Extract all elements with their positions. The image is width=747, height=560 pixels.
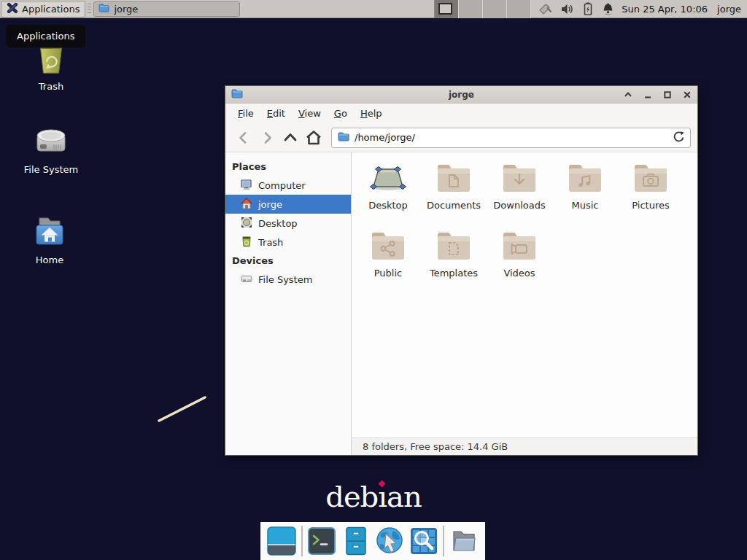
reload-icon[interactable] xyxy=(673,131,684,144)
close-button[interactable] xyxy=(683,90,692,99)
dock xyxy=(260,522,485,560)
downloads-folder-icon xyxy=(500,162,538,196)
path-folder-icon xyxy=(338,131,349,144)
file-manager-launcher[interactable] xyxy=(449,526,479,556)
file-item-templates[interactable]: Templates xyxy=(421,230,487,298)
file-item-downloads[interactable]: Downloads xyxy=(487,162,552,230)
sidebar-item-jorge[interactable]: jorge xyxy=(225,195,351,214)
back-button[interactable] xyxy=(232,128,255,148)
maximize-button[interactable] xyxy=(663,90,672,99)
file-item-documents[interactable]: Documents xyxy=(421,162,487,230)
shade-button[interactable] xyxy=(624,90,632,99)
notifications-bell-icon[interactable] xyxy=(602,2,614,15)
file-cabinet-launcher[interactable] xyxy=(341,526,371,556)
applications-menu-button[interactable]: Applications xyxy=(1,1,85,18)
volume-icon[interactable] xyxy=(561,3,574,15)
sidebar-header-devices: Devices xyxy=(225,252,351,270)
sidebar-item-desktop[interactable]: Desktop xyxy=(225,214,351,233)
home-button[interactable] xyxy=(302,128,325,148)
workspace-1[interactable] xyxy=(435,0,459,18)
panel-handle[interactable] xyxy=(88,4,91,15)
applications-tooltip: Applications xyxy=(6,25,85,47)
taskbar-window-button[interactable]: jorge xyxy=(93,1,240,17)
path-input[interactable] xyxy=(355,132,667,143)
home-icon xyxy=(241,198,252,211)
sidebar-item-label: File System xyxy=(258,274,312,285)
file-label: Desktop xyxy=(368,200,408,211)
window-controls xyxy=(624,90,692,99)
up-button[interactable] xyxy=(279,128,302,148)
logo-text-pre: deb xyxy=(325,480,378,513)
desktop-pad-icon xyxy=(369,162,407,196)
file-item-pictures[interactable]: Pictures xyxy=(618,162,684,230)
file-item-music[interactable]: Music xyxy=(552,162,618,230)
terminal-launcher[interactable] xyxy=(307,526,336,556)
desktop-icon-label: File System xyxy=(24,164,78,175)
hard-drive-icon xyxy=(32,124,70,161)
computer-icon xyxy=(241,179,252,192)
file-item-videos[interactable]: Videos xyxy=(487,230,552,298)
statusbar: 8 folders, Free space: 14.4 GiB xyxy=(352,438,697,455)
menu-edit[interactable]: Edit xyxy=(260,105,292,122)
dock-separator xyxy=(443,526,444,556)
logo-text-post: an xyxy=(387,480,422,513)
file-label: Documents xyxy=(427,200,481,211)
file-label: Downloads xyxy=(493,200,545,211)
sidebar-item-computer[interactable]: Computer xyxy=(225,176,351,195)
desktop-icon xyxy=(241,217,252,230)
menu-file[interactable]: File xyxy=(231,105,260,122)
sidebar-item-file-system[interactable]: File System xyxy=(225,270,351,289)
taskbar-window-label: jorge xyxy=(114,4,138,15)
system-tray xyxy=(538,2,614,15)
workspace-3[interactable] xyxy=(483,0,507,18)
desktop: Applications jorge xyxy=(0,0,747,560)
trash-small-icon xyxy=(241,236,252,249)
sidebar-header-places: Places xyxy=(225,158,351,176)
music-folder-icon xyxy=(566,162,604,196)
home-folder-icon xyxy=(31,214,69,252)
file-label: Music xyxy=(572,200,599,211)
workspace-4[interactable] xyxy=(507,0,531,18)
workspace-mini-window xyxy=(438,3,452,15)
dock-separator xyxy=(301,526,303,556)
sidebar-item-label: Computer xyxy=(258,180,306,191)
minimize-button[interactable] xyxy=(643,90,652,99)
file-label: Templates xyxy=(430,268,478,279)
folder-icon xyxy=(98,3,109,15)
sidebar-item-trash[interactable]: Trash xyxy=(225,233,351,252)
file-item-desktop[interactable]: Desktop xyxy=(355,162,421,230)
titlebar[interactable]: jorge xyxy=(225,86,697,104)
workspace-2[interactable] xyxy=(459,0,483,18)
desktop-icon-file-system[interactable]: File System xyxy=(15,124,88,175)
applications-menu-label: Applications xyxy=(22,4,80,15)
menubar: File Edit View Go Help xyxy=(225,104,697,123)
battery-icon[interactable] xyxy=(582,2,594,15)
show-desktop-button[interactable] xyxy=(267,526,296,556)
application-finder-launcher[interactable] xyxy=(409,526,438,556)
menu-view[interactable]: View xyxy=(292,105,328,122)
videos-folder-icon xyxy=(500,230,538,264)
desktop-icon-label: Trash xyxy=(39,81,63,92)
clipboard-manager-icon[interactable] xyxy=(538,2,553,15)
forward-button[interactable] xyxy=(255,128,279,148)
desktop-icon-home[interactable]: Home xyxy=(13,214,86,265)
templates-folder-icon xyxy=(435,230,473,264)
panel-username[interactable]: jorge xyxy=(717,4,741,15)
menu-go[interactable]: Go xyxy=(328,105,354,122)
file-label: Public xyxy=(374,268,402,279)
web-browser-launcher[interactable] xyxy=(375,526,404,556)
file-manager-window: jorge File Edit View Go Help xyxy=(225,85,698,456)
menu-help[interactable]: Help xyxy=(354,105,389,122)
panel-clock[interactable]: Sun 25 Apr, 10:06 xyxy=(622,4,708,15)
file-item-public[interactable]: Public xyxy=(355,230,421,298)
file-label: Videos xyxy=(503,268,535,279)
workspace-switcher xyxy=(434,0,531,18)
stray-line xyxy=(153,392,212,427)
toolbar xyxy=(225,123,697,152)
documents-folder-icon xyxy=(435,162,473,196)
path-bar[interactable] xyxy=(331,128,691,148)
debian-logo: debıan xyxy=(0,480,747,513)
sidebar-item-label: Desktop xyxy=(258,218,298,229)
sidebar-item-label: Trash xyxy=(258,237,283,248)
sidebar-item-label: jorge xyxy=(258,199,282,210)
